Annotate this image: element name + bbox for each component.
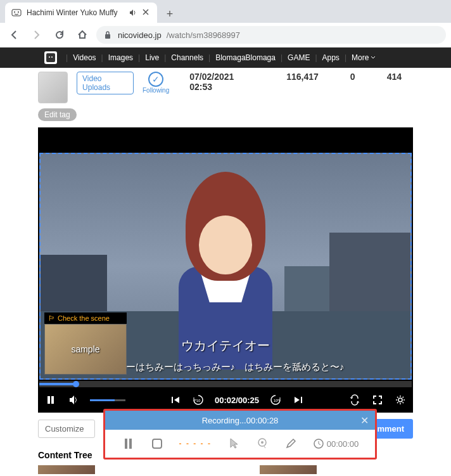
scene-thumbnail[interactable]: sample bbox=[44, 324, 127, 375]
new-tab-button[interactable]: + bbox=[161, 5, 179, 23]
scene-popup-header[interactable]: 🏳 Check the scene bbox=[44, 312, 127, 324]
recorder-header[interactable]: Recording... 00:00:28 ✕ bbox=[105, 411, 375, 430]
next-button[interactable] bbox=[292, 394, 305, 406]
volume-slider[interactable] bbox=[90, 399, 125, 401]
svg-text:10: 10 bbox=[196, 399, 201, 402]
forward-button[interactable] bbox=[28, 26, 46, 44]
content-tree-thumbs bbox=[38, 463, 413, 476]
svg-rect-7 bbox=[48, 396, 50, 404]
fullscreen-button[interactable] bbox=[371, 394, 384, 406]
uploader-avatar[interactable] bbox=[38, 72, 68, 103]
svg-rect-12 bbox=[301, 397, 302, 403]
following-indicator[interactable]: ✓ Following bbox=[143, 72, 169, 94]
recorder-controls: - - - - - 00:00:00 bbox=[105, 430, 375, 458]
view-count: 116,417 bbox=[286, 72, 319, 82]
chevron-down-icon bbox=[370, 55, 376, 61]
upload-date: 07/02/2021 02:53 bbox=[189, 72, 255, 92]
previous-button[interactable] bbox=[169, 394, 182, 406]
video-uploads-button[interactable]: Video Uploads bbox=[77, 72, 134, 94]
url-path: /watch/sm38968997 bbox=[167, 30, 240, 40]
flag-icon: 🏳 bbox=[48, 314, 55, 322]
seek-thumb[interactable] bbox=[73, 381, 79, 387]
recorder-pause-button[interactable] bbox=[122, 437, 136, 451]
video-player: ウカイテイオー ちみーはちみーはっちっみー♪ はちみーを舐めると〜♪ 🏳 Che… bbox=[38, 127, 413, 413]
svg-rect-4 bbox=[46, 53, 55, 62]
scene-popup: 🏳 Check the scene ✕ sample bbox=[44, 312, 127, 375]
volume-button[interactable] bbox=[67, 394, 80, 406]
svg-point-5 bbox=[49, 56, 50, 58]
url-bar[interactable]: nicovideo.jp/watch/sm38968997 bbox=[96, 26, 446, 44]
rewind-10-button[interactable]: 10 bbox=[192, 394, 205, 406]
pause-button[interactable] bbox=[44, 394, 57, 406]
nav-channels[interactable]: Channels bbox=[171, 53, 203, 62]
recorder-webcam-button[interactable] bbox=[255, 437, 269, 451]
svg-rect-3 bbox=[105, 34, 110, 39]
tree-thumb[interactable] bbox=[260, 465, 317, 474]
recorder-draw-button[interactable]: - - - - - bbox=[179, 439, 212, 448]
video-info-row: Video Uploads ✓ Following 07/02/2021 02:… bbox=[38, 68, 413, 108]
subtitle-line-1: ウカイテイオー bbox=[181, 337, 270, 354]
video-frame[interactable]: ウカイテイオー ちみーはちみーはっちっみー♪ はちみーを舐めると〜♪ 🏳 Che… bbox=[39, 153, 412, 380]
svg-point-15 bbox=[261, 441, 264, 444]
tree-thumb[interactable] bbox=[38, 465, 95, 474]
browser-tab-bar: Hachimi Winter Yuko Muffy + bbox=[0, 0, 451, 23]
site-logo-icon[interactable] bbox=[44, 51, 57, 64]
nav-apps[interactable]: Apps bbox=[322, 53, 340, 62]
tab-title: Hachimi Winter Yuko Muffy bbox=[27, 8, 123, 17]
forward-10-button[interactable]: 10 bbox=[269, 394, 282, 406]
nav-images[interactable]: Images bbox=[108, 53, 133, 62]
url-host: nicovideo.jp bbox=[118, 30, 162, 40]
customize-button[interactable]: Customize bbox=[38, 420, 95, 438]
recorder-elapsed: 00:00:28 bbox=[246, 416, 279, 425]
mylist-count: 414 bbox=[387, 72, 402, 82]
recorder-stop-button[interactable] bbox=[150, 437, 164, 451]
browser-nav-bar: nicovideo.jp/watch/sm38968997 bbox=[0, 23, 451, 47]
browser-tab[interactable]: Hachimi Winter Yuko Muffy bbox=[5, 3, 157, 23]
svg-text:10: 10 bbox=[274, 399, 278, 402]
recorder-clock-time: 00:00:00 bbox=[327, 439, 359, 449]
home-button[interactable] bbox=[73, 26, 91, 44]
screen-recorder-panel: Recording... 00:00:28 ✕ - - - - - 00:00:… bbox=[103, 409, 377, 460]
loop-button[interactable] bbox=[348, 394, 361, 406]
scene-popup-label: Check the scene bbox=[58, 314, 110, 322]
svg-rect-9 bbox=[172, 397, 173, 403]
tab-favicon-icon bbox=[11, 8, 22, 18]
recorder-schedule-button[interactable]: 00:00:00 bbox=[313, 438, 359, 449]
subtitle-line-2: ちみーはちみーはっちっみー♪ はちみーを舐めると〜♪ bbox=[107, 361, 345, 373]
svg-point-2 bbox=[18, 11, 19, 13]
nav-more-label: More bbox=[352, 53, 369, 62]
scene-sample-label: sample bbox=[71, 344, 99, 354]
nav-live[interactable]: Live bbox=[145, 53, 159, 62]
nav-more[interactable]: More bbox=[352, 53, 376, 62]
reload-button[interactable] bbox=[51, 26, 68, 44]
nav-game[interactable]: GAME bbox=[288, 53, 310, 62]
audio-icon[interactable] bbox=[128, 8, 137, 17]
recorder-status-prefix: Recording... bbox=[202, 416, 246, 425]
settings-button[interactable] bbox=[394, 394, 407, 406]
edit-tag-button[interactable]: Edit tag bbox=[38, 108, 77, 121]
clock-icon bbox=[313, 438, 324, 449]
comment-count: 0 bbox=[350, 72, 355, 82]
recorder-annotate-button[interactable] bbox=[284, 437, 298, 451]
nav-videos[interactable]: Videos bbox=[73, 53, 96, 62]
seek-bar[interactable] bbox=[39, 381, 412, 387]
nav-blomaga[interactable]: BlomagaBlomaga bbox=[215, 53, 276, 62]
check-circle-icon: ✓ bbox=[148, 72, 163, 87]
recorder-cursor-button[interactable] bbox=[226, 437, 240, 451]
svg-point-1 bbox=[14, 11, 15, 13]
site-nav: | Videos| Images| Live| Channels| Blomag… bbox=[0, 48, 451, 68]
svg-point-13 bbox=[398, 398, 402, 402]
lock-icon bbox=[104, 30, 113, 39]
time-display: 00:02/00:25 bbox=[215, 396, 259, 405]
following-label: Following bbox=[143, 87, 169, 94]
svg-point-6 bbox=[51, 56, 53, 58]
svg-rect-8 bbox=[51, 396, 54, 404]
back-button[interactable] bbox=[5, 26, 23, 44]
recorder-close-button[interactable]: ✕ bbox=[360, 415, 369, 427]
close-icon[interactable] bbox=[142, 8, 151, 17]
